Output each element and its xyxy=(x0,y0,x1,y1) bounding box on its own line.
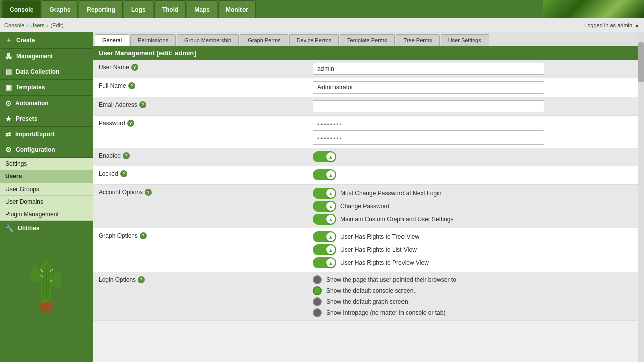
sidebar-label-utilities: Utilities xyxy=(18,225,39,232)
graph-option-0-toggle[interactable]: ▲ xyxy=(313,231,336,242)
tab-user-settings[interactable]: User Settings xyxy=(441,34,489,46)
sidebar-item-presets[interactable]: ★ Presets xyxy=(0,111,93,127)
email-control xyxy=(309,97,638,115)
form-header: User Management [edit: admin] xyxy=(93,46,638,60)
login-option-2-radio[interactable] xyxy=(313,297,322,306)
data-collection-icon: ▤ xyxy=(5,68,12,76)
tab-general[interactable]: General xyxy=(95,34,129,46)
sidebar-item-plugin-management[interactable]: Plugin Management xyxy=(0,208,93,221)
sidebar-item-settings[interactable]: Settings xyxy=(0,158,93,170)
logged-in-text: Logged in as admin xyxy=(584,22,632,28)
breadcrumb-users[interactable]: Users xyxy=(30,22,45,28)
sidebar-label-user-groups: User Groups xyxy=(5,186,39,193)
graph-option-1-toggle[interactable]: ▲ xyxy=(313,244,336,255)
sidebar-item-utilities[interactable]: 🔧 Utilities xyxy=(0,221,93,236)
login-option-0-label: Show the page that user pointed their br… xyxy=(326,276,458,283)
graph-option-2-toggle[interactable]: ▲ xyxy=(313,257,336,268)
email-input[interactable] xyxy=(313,100,544,112)
sidebar-label-import-export: Import/Export xyxy=(15,131,55,138)
login-option-1-label: Show the default console screen. xyxy=(326,287,415,294)
right-scrollbar[interactable] xyxy=(638,32,644,362)
account-options-control: ▲ Must Change Password at Next Login ▲ C… xyxy=(309,185,638,228)
password-input[interactable] xyxy=(313,119,544,131)
login-option-3-radio[interactable] xyxy=(313,308,322,317)
graph-options-row: Graph Options ? ▲ User Has Rights to Tre… xyxy=(93,228,638,272)
sidebar-item-users[interactable]: Users xyxy=(0,170,93,183)
password-label: Password ? xyxy=(93,116,309,131)
tab-group-membership[interactable]: Group Membership xyxy=(177,34,239,46)
graph-option-0-label: User Has Rights to Tree View xyxy=(340,233,419,240)
sidebar-item-configuration[interactable]: ⚙ Configuration xyxy=(0,142,93,158)
graph-options-control: ▲ User Has Rights to Tree View ▲ User Ha… xyxy=(309,228,638,272)
sidebar-item-automation[interactable]: ⊙ Automation xyxy=(0,96,93,111)
locked-help-icon[interactable]: ? xyxy=(120,170,127,177)
sidebar-label-presets: Presets xyxy=(16,115,37,122)
login-option-2-label: Show the default graph screen. xyxy=(326,298,410,305)
sidebar-label-users: Users xyxy=(5,173,22,180)
account-option-2-toggle[interactable]: ▲ xyxy=(313,214,336,225)
presets-icon: ★ xyxy=(5,115,12,123)
username-help-icon[interactable]: ? xyxy=(131,64,138,71)
nav-tab-console[interactable]: Console xyxy=(2,0,41,18)
account-option-1-toggle[interactable]: ▲ xyxy=(313,201,336,212)
tab-template-perms[interactable]: Template Perms xyxy=(340,34,394,46)
login-option-1-radio[interactable] xyxy=(313,286,322,295)
username-row: User Name ? xyxy=(93,60,638,78)
breadcrumb-console[interactable]: Console xyxy=(4,22,24,28)
sidebar-item-management[interactable]: 🖧 Management xyxy=(0,49,93,64)
tab-permissions[interactable]: Permissions xyxy=(130,34,176,46)
enabled-toggle[interactable]: ▲ xyxy=(313,151,336,162)
nav-tab-reporting[interactable]: Reporting xyxy=(79,0,123,18)
password-confirm-input[interactable] xyxy=(313,133,544,145)
login-option-0-radio[interactable] xyxy=(313,275,322,284)
sidebar-label-create: Create xyxy=(16,37,35,44)
email-help-icon[interactable]: ? xyxy=(139,101,146,108)
sidebar-label-plugin-management: Plugin Management xyxy=(5,211,59,218)
enabled-help-icon[interactable]: ? xyxy=(123,152,130,159)
login-options-control: Show the page that user pointed their br… xyxy=(309,272,638,320)
graph-options-help-icon[interactable]: ? xyxy=(140,232,147,239)
sidebar-item-user-groups[interactable]: User Groups xyxy=(0,183,93,196)
nav-tab-maps[interactable]: Maps xyxy=(187,0,217,18)
sidebar-label-settings: Settings xyxy=(5,160,27,167)
sidebar-item-import-export[interactable]: ⇄ Import/Export xyxy=(0,127,93,142)
nav-tab-graphs[interactable]: Graphs xyxy=(42,0,78,18)
tab-device-perms[interactable]: Device Perms xyxy=(289,34,339,46)
sidebar-item-templates[interactable]: ▣ Templates xyxy=(0,80,93,96)
locked-row: Locked ? ▲ xyxy=(93,166,638,185)
account-options-row: Account Options ? ▲ Must Change Password… xyxy=(93,185,638,228)
fullname-control xyxy=(309,78,638,97)
sidebar-item-data-collection[interactable]: ▤ Data Collection xyxy=(0,64,93,80)
tab-graph-perms[interactable]: Graph Perms xyxy=(240,34,288,46)
account-options-help-icon[interactable]: ? xyxy=(145,189,152,196)
nav-tab-logs[interactable]: Logs xyxy=(124,0,153,18)
username-label: User Name ? xyxy=(93,60,309,75)
automation-icon: ⊙ xyxy=(5,99,11,107)
login-options-help-icon[interactable]: ? xyxy=(138,276,145,283)
account-option-0-toggle[interactable]: ▲ xyxy=(313,188,336,199)
logo xyxy=(543,0,644,18)
sidebar-item-create[interactable]: ＋ Create xyxy=(0,32,93,49)
password-help-icon[interactable]: ? xyxy=(127,120,134,127)
fullname-input[interactable] xyxy=(313,81,544,94)
username-input[interactable] xyxy=(313,63,544,75)
sidebar-label-templates: Templates xyxy=(16,84,45,91)
scroll-thumb[interactable] xyxy=(638,42,644,82)
templates-icon: ▣ xyxy=(5,83,12,92)
email-row: Email Address ? xyxy=(93,97,638,116)
fullname-row: Full Name ? xyxy=(93,78,638,97)
locked-toggle[interactable]: ▲ xyxy=(313,169,336,180)
sidebar-item-user-domains[interactable]: User Domains xyxy=(0,196,93,208)
top-navigation: Console Graphs Reporting Logs Thold Maps… xyxy=(0,0,644,18)
cactus-image xyxy=(24,246,69,312)
fullname-help-icon[interactable]: ? xyxy=(128,82,135,89)
nav-tab-thold[interactable]: Thold xyxy=(154,0,186,18)
sidebar-label-user-domains: User Domains xyxy=(5,198,43,205)
cactus-decoration xyxy=(0,241,93,317)
tab-tree-perms[interactable]: Tree Perms xyxy=(396,34,440,46)
login-options-row: Login Options ? Show the page that user … xyxy=(93,272,638,321)
management-icon: 🖧 xyxy=(5,52,12,60)
sidebar: ＋ Create 🖧 Management ▤ Data Collection … xyxy=(0,32,93,362)
account-option-2-label: Maintain Custom Graph and User Settings xyxy=(340,216,453,223)
nav-tab-monitor[interactable]: Monitor xyxy=(218,0,256,18)
